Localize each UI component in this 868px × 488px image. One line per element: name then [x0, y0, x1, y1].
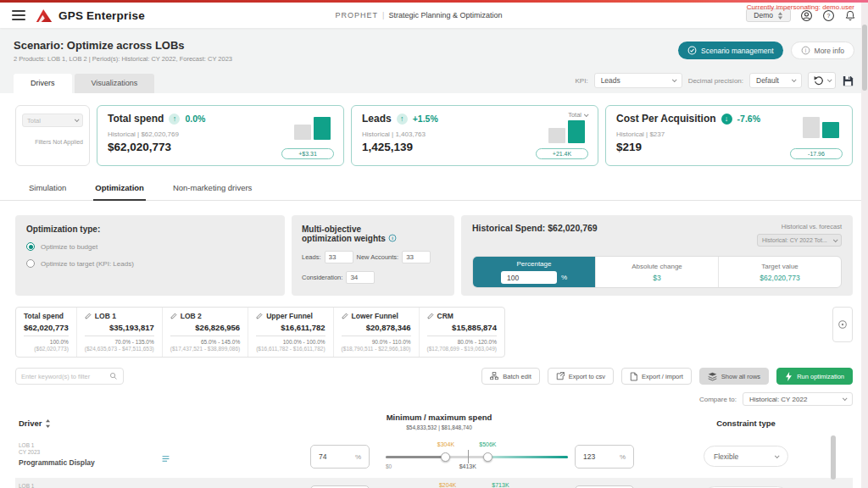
- tab-non-marketing-drivers[interactable]: Non-marketing drivers: [171, 178, 253, 200]
- table-scrollbar[interactable]: [831, 435, 836, 480]
- kpi-select[interactable]: Leads: [594, 73, 682, 88]
- minmax-range: $54,833,532 | $81,848,740: [287, 424, 592, 430]
- absolute-change-value: $3: [653, 274, 660, 282]
- sort-icon: [45, 419, 51, 428]
- sub-tabs: Simulation Optimization Non-marketing dr…: [0, 178, 868, 201]
- constraint-column-header: Constraint type: [693, 419, 798, 428]
- spend-col-crm: CRM $15,885,874 80.0% - 120.0% ($12,708,…: [419, 308, 504, 357]
- pencil-icon[interactable]: [342, 313, 348, 319]
- compare-to-label: Compare to:: [699, 396, 737, 403]
- constraint-type-select[interactable]: Flexible: [704, 446, 788, 467]
- expand-columns-button[interactable]: [832, 307, 853, 342]
- scenario-management-button[interactable]: Scenario management: [678, 42, 783, 59]
- app-header: GPS Enterprise PROPHET|Strategic Plannin…: [0, 3, 868, 28]
- kpi-breakdown-select[interactable]: Total: [568, 111, 587, 119]
- compare-to-select[interactable]: Historical: CY 2022: [743, 392, 853, 406]
- spend-range-slider: $304K $506K $0 $413K: [386, 437, 568, 478]
- optimize-to-target-option[interactable]: Optimize to target (KPI: Leads): [26, 259, 274, 268]
- driver-name-block: LOB 1 CY 2023 Programmatic Display: [19, 442, 95, 467]
- kpi-card-total-spend: Total spend ↑ 0.0% Historical | $62,020,…: [97, 105, 344, 166]
- pencil-icon[interactable]: [170, 313, 177, 319]
- pencil-icon[interactable]: [427, 313, 434, 319]
- segment-percentage[interactable]: Percentage %: [473, 257, 595, 287]
- chevron-down-icon: [584, 112, 589, 117]
- show-all-rows-button[interactable]: Show all rows: [699, 368, 769, 385]
- min-spend-input[interactable]: %: [310, 445, 370, 469]
- leads-weight-input[interactable]: [325, 251, 353, 263]
- historical-vs-forecast-label: Historical vs. forecast: [782, 223, 842, 230]
- slider-max-label: $713K: [492, 482, 509, 488]
- radio-selected-icon: [26, 242, 35, 251]
- driver-column-header[interactable]: Driver: [19, 419, 51, 428]
- save-icon: [842, 75, 854, 87]
- optimization-type-panel: Optimization type: Optimize to budget Op…: [15, 215, 285, 296]
- leads-weight-label: Leads:: [302, 253, 321, 261]
- tab-simulation[interactable]: Simulation: [27, 178, 68, 200]
- batch-edit-icon: [490, 372, 498, 380]
- export-icon: [556, 372, 565, 380]
- spend-col-total: Total spend $62,020,773 100.0% ($62,020,…: [16, 308, 76, 357]
- arrow-down-icon: ↓: [721, 114, 732, 125]
- driver-filter-search[interactable]: [15, 368, 124, 385]
- slider-min-handle[interactable]: [441, 452, 450, 462]
- svg-text:i: i: [804, 47, 805, 53]
- segment-absolute-change[interactable]: Absolute change $3: [595, 257, 718, 287]
- chevron-down-icon: [833, 237, 838, 242]
- new-accounts-weight-input[interactable]: [402, 251, 431, 263]
- decimal-precision-label: Decimal precision:: [688, 77, 743, 85]
- decimal-precision-select[interactable]: Default: [749, 73, 802, 88]
- new-accounts-weight-label: New Accounts:: [357, 253, 399, 261]
- chevron-down-icon: [75, 117, 80, 122]
- consideration-weight-label: Consideration:: [302, 274, 342, 281]
- info-icon: i: [801, 46, 810, 55]
- svg-text:?: ?: [827, 13, 831, 19]
- more-info-button[interactable]: i More info: [791, 42, 854, 59]
- slider-base-label: $413K: [459, 463, 476, 469]
- chevron-down-icon: [672, 77, 677, 82]
- save-button[interactable]: [842, 75, 854, 87]
- undo-button[interactable]: [808, 72, 836, 89]
- sort-arrows-icon: [777, 12, 783, 19]
- slider-min-label: $204K: [439, 482, 456, 488]
- consideration-weight-input[interactable]: [346, 271, 375, 284]
- layers-icon: [708, 372, 717, 381]
- historical-period-select[interactable]: Historical: CY 2022 Tot...: [757, 234, 842, 247]
- search-input[interactable]: [21, 373, 109, 380]
- chevron-down-icon: [843, 396, 848, 401]
- pencil-icon[interactable]: [85, 313, 92, 319]
- radio-unselected-icon: [26, 259, 35, 268]
- filters-dropdown[interactable]: Total: [22, 114, 83, 127]
- info-icon[interactable]: i: [388, 234, 397, 242]
- slider-max-handle[interactable]: [483, 452, 492, 462]
- spend-col-lower-funnel: Lower Funnel $20,878,346 90.0% - 110.0% …: [333, 308, 419, 357]
- run-optimization-button[interactable]: Run optimization: [776, 368, 853, 385]
- kpi-card-cost-per-acquisition: Cost Per Acquisition ↓ -7.6% Historical …: [605, 105, 853, 166]
- base-spend-tick: [468, 450, 469, 463]
- percentage-input[interactable]: [501, 271, 557, 284]
- batch-edit-button[interactable]: Batch edit: [481, 368, 539, 385]
- driver-details-icon[interactable]: [161, 452, 170, 467]
- chevron-down-icon: [827, 77, 832, 82]
- optimization-type-title: Optimization type:: [26, 225, 274, 234]
- optimize-to-budget-option[interactable]: Optimize to budget: [26, 242, 274, 251]
- undo-icon: [813, 75, 824, 86]
- export-to-csv-button[interactable]: Export to csv: [548, 368, 614, 385]
- search-icon: [109, 372, 118, 380]
- export-import-button[interactable]: Export / import: [621, 368, 692, 385]
- kpi-change-pill: +21.4K: [536, 148, 588, 159]
- app-name: PROPHET: [336, 11, 379, 19]
- page-scrollbar[interactable]: [861, 3, 868, 488]
- kpi-title: Total spend: [108, 113, 164, 125]
- tab-visualizations[interactable]: Visualizations: [75, 74, 155, 93]
- svg-text:i: i: [392, 236, 393, 241]
- tab-drivers[interactable]: Drivers: [14, 74, 72, 93]
- tab-optimization[interactable]: Optimization: [93, 178, 146, 201]
- segment-target-value[interactable]: Target value $62,020,773: [718, 257, 841, 287]
- slider-min-label: $304K: [437, 441, 454, 447]
- page-scrollbar-thumb[interactable]: [862, 25, 867, 91]
- pencil-icon[interactable]: [256, 313, 263, 319]
- kpi-title: Leads: [362, 113, 392, 125]
- chevron-down-icon: [775, 453, 780, 458]
- max-spend-input[interactable]: %: [575, 445, 634, 469]
- mini-bar-chart: [803, 117, 839, 138]
